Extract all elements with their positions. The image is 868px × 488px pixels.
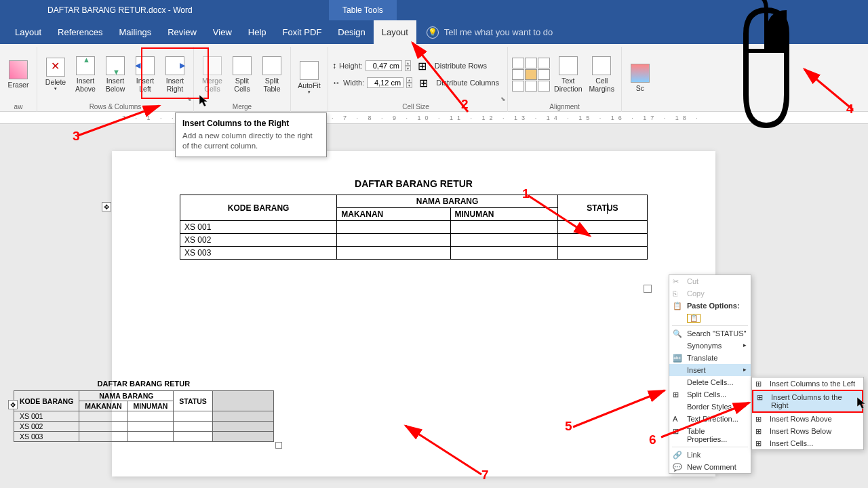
submenu-insert-left[interactable]: ⊞Insert Columns to the Left xyxy=(752,378,863,390)
width-up[interactable]: ▴ xyxy=(406,77,412,83)
submenu-insert-right[interactable]: ⊞Insert Columns to the Right xyxy=(752,390,863,413)
table-move-handle[interactable]: ✥ xyxy=(102,202,111,211)
insert-right-icon: ⊞ xyxy=(757,393,763,402)
ctx-delete-cells[interactable]: Delete Cells... xyxy=(669,376,751,388)
mouse-illustration xyxy=(726,0,807,136)
text-direction-icon: A xyxy=(673,415,682,424)
insert-above-button[interactable]: ▲Insert Above xyxy=(71,47,100,102)
tab-foxit[interactable]: Foxit PDF xyxy=(275,20,330,44)
col-status[interactable]: STATUS xyxy=(557,195,647,221)
tab-view[interactable]: View xyxy=(205,20,240,44)
table-row: XS 002 xyxy=(180,234,648,247)
submenu-insert-below[interactable]: ⊞Insert Rows Below xyxy=(752,425,863,437)
rows-columns-group-label: Rows & Columns xyxy=(90,102,142,112)
annotation-6: 6 xyxy=(649,432,656,447)
new-column xyxy=(212,391,273,411)
tab-layout[interactable]: Layout xyxy=(7,20,50,44)
submenu-insert-cells[interactable]: ⊞Insert Cells... xyxy=(752,437,863,449)
translate-icon: 🔤 xyxy=(673,354,682,363)
table-row: XS 003 xyxy=(180,247,648,260)
ctx-new-comment[interactable]: 💬New Comment xyxy=(669,461,751,473)
height-up[interactable]: ▴ xyxy=(405,60,411,66)
split-icon: ⊞ xyxy=(673,390,682,400)
context-menu: ✂Cut ⎘Copy 📋Paste Options: 📋 🔍Search "ST… xyxy=(669,274,751,474)
ctx-copy: ⎘Copy xyxy=(669,287,751,300)
insert-cells-icon: ⊞ xyxy=(755,439,762,448)
dialog-launcher-icon[interactable]: ⬊ xyxy=(186,96,192,102)
ctx-paste-options: 📋Paste Options: xyxy=(669,300,751,312)
width-input[interactable] xyxy=(367,77,403,88)
ctx-paste-keep[interactable]: 📋 xyxy=(669,312,751,324)
dialog-launcher-icon[interactable]: ⬊ xyxy=(500,96,506,102)
example-after: ✥ DAFTAR BARANG RETUR KODE BARANG NAMA B… xyxy=(14,380,274,442)
col-makanan[interactable]: MAKANAN xyxy=(337,208,450,221)
example-title: DAFTAR BARANG RETUR xyxy=(14,380,274,388)
annotation-3: 3 xyxy=(73,129,80,144)
autofit-button[interactable]: AutoFit▾ xyxy=(295,47,323,109)
distribute-rows-button[interactable]: Distribute Rows xyxy=(435,62,487,70)
dist-cols-icon: ⊞ xyxy=(419,77,428,89)
document-title: DAFTAR BARANG RETUR xyxy=(180,178,648,189)
cut-icon: ✂ xyxy=(673,277,682,287)
paste-icon: 📋 xyxy=(673,302,682,311)
height-input[interactable] xyxy=(366,60,402,71)
ctx-border-styles[interactable]: Border Styles xyxy=(669,401,751,413)
width-label: Width: xyxy=(343,79,364,87)
height-icon: ↕ xyxy=(332,61,336,70)
ctx-link[interactable]: 🔗Link xyxy=(669,449,751,461)
ctx-text-direction[interactable]: AText Direction... xyxy=(669,413,751,425)
ctx-translate[interactable]: 🔤Translate xyxy=(669,352,751,364)
tab-mailings[interactable]: Mailings xyxy=(111,20,160,44)
distribute-columns-button[interactable]: Distribute Columns xyxy=(436,79,499,87)
table-move-handle[interactable]: ✥ xyxy=(8,400,18,409)
ctx-table-properties[interactable]: ⊞Table Properties... xyxy=(669,425,751,445)
tab-help[interactable]: Help xyxy=(240,20,275,44)
col-minuman[interactable]: MINUMAN xyxy=(450,208,557,221)
col-kode[interactable]: KODE BARANG xyxy=(180,195,337,221)
text-direction-button[interactable]: Text Direction xyxy=(551,55,585,94)
ctx-insert[interactable]: Insert xyxy=(669,364,751,376)
eraser-button[interactable]: Eraser xyxy=(4,47,33,102)
tooltip-title: Insert Columns to the Right xyxy=(182,119,319,128)
width-icon: ↔ xyxy=(332,78,340,87)
ctx-cut: ✂Cut xyxy=(669,275,751,287)
split-table-button[interactable]: Split Table xyxy=(258,47,286,102)
insert-left-button[interactable]: ◀Insert Left xyxy=(131,47,159,102)
insert-above-icon: ⊞ xyxy=(755,415,762,424)
tell-me-text: Tell me what you want to do xyxy=(444,27,553,37)
link-icon: 🔗 xyxy=(673,451,682,460)
ctx-synonyms[interactable]: Synonyms xyxy=(669,340,751,352)
insert-below-button[interactable]: ▼Insert Below xyxy=(101,47,130,102)
ctx-split-cells[interactable]: ⊞Split Cells... xyxy=(669,388,751,401)
main-table[interactable]: KODE BARANG NAMA BARANG STATUS MAKANAN M… xyxy=(180,195,648,260)
tab-table-layout[interactable]: Layout xyxy=(374,20,416,44)
table-row: XS 001 xyxy=(180,221,648,234)
tab-design[interactable]: Design xyxy=(330,20,373,44)
comment-icon: 💬 xyxy=(673,463,682,472)
annotation-1: 1 xyxy=(522,186,530,201)
lightbulb-icon: 💡 xyxy=(427,26,439,39)
sort-button[interactable]: Sc xyxy=(626,47,654,109)
table-resize-handle[interactable] xyxy=(644,285,652,293)
submenu-insert-above[interactable]: ⊞Insert Rows Above xyxy=(752,413,863,425)
table-resize-handle[interactable] xyxy=(275,442,282,449)
annotation-7: 7 xyxy=(481,468,489,483)
delete-button[interactable]: ✕Delete▾ xyxy=(41,47,70,102)
tooltip: Insert Columns to the Right Add a new co… xyxy=(175,113,327,157)
tab-references[interactable]: References xyxy=(50,20,111,44)
tab-review[interactable]: Review xyxy=(159,20,205,44)
copy-icon: ⎘ xyxy=(673,289,682,299)
cell-size-group-label: Cell Size xyxy=(402,102,429,112)
tell-me[interactable]: 💡 Tell me what you want to do xyxy=(427,26,553,39)
insert-right-button[interactable]: ▶Insert Right xyxy=(161,47,189,102)
alignment-grid[interactable] xyxy=(512,58,550,92)
insert-left-icon: ⊞ xyxy=(755,380,762,388)
tooltip-body: Add a new column directly to the right o… xyxy=(182,131,319,151)
height-down[interactable]: ▾ xyxy=(405,66,411,71)
split-cells-button[interactable]: Split Cells xyxy=(228,47,256,102)
width-down[interactable]: ▾ xyxy=(406,83,412,88)
dist-rows-icon: ⊞ xyxy=(418,60,427,73)
ctx-search[interactable]: 🔍Search "STATUS" xyxy=(669,327,751,340)
cell-margins-button[interactable]: Cell Margins xyxy=(587,55,617,94)
table-tools-label: Table Tools xyxy=(329,0,397,20)
